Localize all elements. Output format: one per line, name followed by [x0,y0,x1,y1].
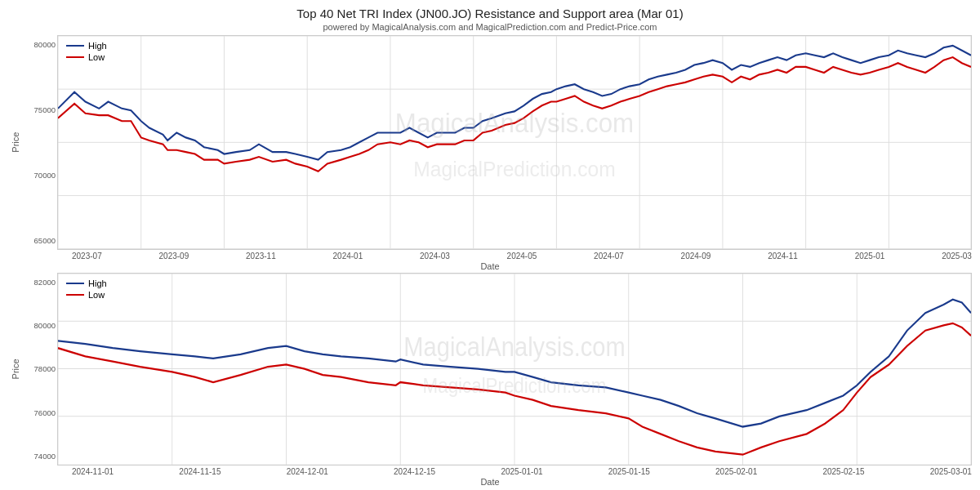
x-label: 2025-01-01 [501,467,542,476]
svg-text:MagicalAnalysis.com: MagicalAnalysis.com [395,109,634,139]
high-line-indicator2 [66,283,84,284]
page-title: Top 40 Net TRI Index (JN00.JO) Resistanc… [8,7,972,20]
y-tick: 74000 [34,452,56,461]
y-tick: 80000 [34,40,56,49]
chart1-legend: High Low [66,41,107,62]
y-tick: 76000 [34,408,56,417]
x-label: 2025-03 [942,252,972,261]
chart1-x-labels: 2023-07 2023-09 2023-11 2024-01 2024-03 … [72,250,972,261]
y-tick: 82000 [34,278,56,287]
y-tick: 70000 [34,171,56,180]
low-line-indicator [66,56,84,58]
y-tick: 78000 [34,364,56,373]
y-tick: 75000 [34,105,56,114]
x-label: 2025-02-01 [715,467,757,476]
x-label: 2024-07 [594,252,624,261]
y-tick: 65000 [34,236,56,245]
x-label: 2025-02-15 [822,467,864,476]
x-label: 2024-12-15 [394,467,435,476]
chart2-y-label: Price [8,273,23,466]
svg-text:MagicalPrediction.com: MagicalPrediction.com [423,373,607,397]
low-line-indicator2 [66,294,84,296]
chart-area: Price 80000 75000 70000 65000 [8,35,972,487]
chart2-x-labels: 2024-11-01 2024-11-15 2024-12-01 2024-12… [72,466,972,476]
x-label: 2024-11-01 [72,467,114,476]
x-label: 2024-09 [681,252,711,261]
x-label: 2023-11 [246,252,276,261]
page-subtitle: powered by MagicalAnalysis.com and Magic… [8,22,972,32]
x-label: 2025-01-15 [608,467,650,476]
chart1-y-label: Price [8,35,23,250]
x-label: 2024-01 [333,252,363,261]
chart2-x-title: Date [8,477,972,487]
chart2-high-label: High [88,278,107,288]
chart1-x-title: Date [8,261,972,271]
chart1-high-label: High [88,41,107,51]
chart2-legend-low: Low [66,290,107,300]
chart1-panel: Price 80000 75000 70000 65000 [8,35,972,250]
chart1-legend-high: High [66,41,107,51]
x-label: 2024-03 [420,252,450,261]
chart1-low-label: Low [88,52,105,62]
high-line-indicator [66,45,84,47]
chart1-legend-low: Low [66,52,107,62]
x-label: 2025-03-01 [930,467,972,476]
x-label: 2024-12-01 [287,467,328,476]
chart2-panel: Price 82000 80000 78000 76000 74000 [8,273,972,466]
x-label: 2024-05 [507,252,537,261]
chart2-inner: MagicalAnalysis.com MagicalPrediction.co… [57,273,972,466]
chart2-legend: High Low [66,278,107,300]
chart1-inner: MagicalAnalysis.com MagicalPrediction.co… [57,35,972,250]
x-label: 2024-11-15 [179,467,220,476]
chart2-low-label: Low [88,290,105,300]
x-label: 2023-09 [159,252,189,261]
main-container: Top 40 Net TRI Index (JN00.JO) Resistanc… [0,0,980,490]
svg-text:MagicalPrediction.com: MagicalPrediction.com [413,157,615,180]
chart2-legend-high: High [66,278,107,288]
x-label: 2023-07 [72,252,102,261]
x-label: 2024-11 [768,252,798,261]
chart2-x-axis: 2024-11-01 2024-11-15 2024-12-01 2024-12… [8,466,972,476]
y-tick: 80000 [34,321,56,330]
chart1-x-axis: 2023-07 2023-09 2023-11 2024-01 2024-03 … [8,250,972,261]
svg-text:MagicalAnalysis.com: MagicalAnalysis.com [403,332,625,362]
x-label: 2025-01 [855,252,885,261]
